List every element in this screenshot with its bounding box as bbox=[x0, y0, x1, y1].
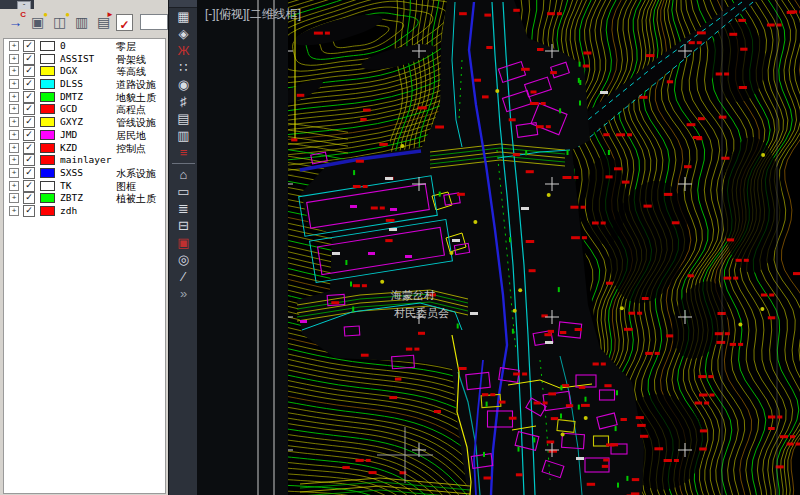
layer-states-icon-accent: ● bbox=[65, 10, 70, 19]
layer-row[interactable]: +✓0零层 bbox=[4, 39, 165, 52]
layer-name: TK bbox=[60, 180, 71, 191]
expand-icon[interactable]: + bbox=[9, 117, 19, 127]
toolbar-separator bbox=[172, 163, 195, 164]
layer-row[interactable]: +✓ASSIST骨架线 bbox=[4, 52, 165, 65]
layer-manager-panel: - →C▣●◫●▥▤►✓ +✓0零层+✓ASSIST骨架线+✓DGX等高线+✓D… bbox=[0, 0, 169, 495]
import-layer-settings-icon[interactable]: →C bbox=[6, 12, 25, 32]
expand-icon[interactable]: + bbox=[9, 54, 19, 64]
layer-color-swatch[interactable] bbox=[40, 92, 55, 102]
layer-states-icon: ◫ bbox=[53, 14, 66, 30]
layer-name: ZBTZ bbox=[60, 192, 83, 203]
layer-name: KZD bbox=[60, 142, 77, 153]
expand-icon[interactable]: + bbox=[9, 41, 19, 51]
layer-visibility-checkbox[interactable]: ✓ bbox=[23, 129, 35, 141]
layer-preview-icon-accent: ● bbox=[43, 10, 48, 19]
expand-icon[interactable]: + bbox=[9, 143, 19, 153]
layer-visibility-checkbox[interactable]: ✓ bbox=[23, 78, 35, 90]
layer-visibility-checkbox[interactable]: ✓ bbox=[23, 154, 35, 166]
map-sheet-icon[interactable]: ▦ bbox=[169, 8, 198, 25]
polygon-draw-icon[interactable]: ⌂ bbox=[169, 166, 198, 183]
map-canvas[interactable]: 海蒙岔村村民委员会 bbox=[197, 0, 800, 495]
expand-icon[interactable]: + bbox=[9, 79, 19, 89]
check-all-layers-icon[interactable]: ✓ bbox=[116, 14, 133, 31]
expand-icon[interactable]: + bbox=[9, 193, 19, 203]
model-space-viewport[interactable]: [-][俯视][二维线框] 海蒙岔村村民委员会 bbox=[197, 0, 800, 495]
double-arrow-icon[interactable]: » bbox=[169, 285, 198, 302]
toolbar-grip[interactable] bbox=[169, 0, 198, 8]
layer-color-swatch[interactable] bbox=[40, 168, 55, 178]
layer-color-swatch[interactable] bbox=[40, 130, 55, 140]
expand-icon[interactable]: + bbox=[9, 181, 19, 191]
layer-name: DLSS bbox=[60, 78, 83, 89]
expand-icon[interactable]: + bbox=[9, 206, 19, 216]
layer-color-swatch[interactable] bbox=[40, 143, 55, 153]
zoom-select-icon[interactable]: ◉ bbox=[169, 76, 198, 93]
panel-titlebar: - bbox=[0, 0, 34, 9]
stamp-icon[interactable]: ◈ bbox=[169, 25, 198, 42]
table-grid-icon[interactable]: ⊟ bbox=[169, 217, 198, 234]
donut-icon[interactable]: ◎ bbox=[169, 251, 198, 268]
expand-icon[interactable]: + bbox=[9, 104, 19, 114]
layer-row[interactable]: +✓DLSS道路设施 bbox=[4, 77, 165, 90]
layer-row[interactable]: +✓JMD居民地 bbox=[4, 128, 165, 141]
line-draw-icon[interactable]: ∕ bbox=[169, 268, 198, 285]
layer-visibility-checkbox[interactable]: ✓ bbox=[23, 53, 35, 65]
layer-color-swatch[interactable] bbox=[40, 155, 55, 165]
layer-color-swatch[interactable] bbox=[40, 206, 55, 216]
layer-row[interactable]: +✓ZBTZ植被土质 bbox=[4, 191, 165, 204]
rectangle-draw-icon[interactable]: ▭ bbox=[169, 183, 198, 200]
viewport-controls-label[interactable]: [-][俯视][二维线框] bbox=[205, 6, 301, 23]
layer-color-swatch[interactable] bbox=[40, 79, 55, 89]
layer-row[interactable]: +✓TK图框 bbox=[4, 179, 165, 192]
layer-visibility-checkbox[interactable]: ✓ bbox=[23, 180, 35, 192]
layer-visibility-checkbox[interactable]: ✓ bbox=[23, 142, 35, 154]
layer-row[interactable]: +✓GXYZ管线设施 bbox=[4, 115, 165, 128]
expand-icon[interactable]: + bbox=[9, 155, 19, 165]
layer-row[interactable]: +✓KZD控制点 bbox=[4, 141, 165, 154]
layer-name: SXSS bbox=[60, 167, 83, 178]
table-rows-icon[interactable]: ≣ bbox=[169, 200, 198, 217]
layer-color-swatch[interactable] bbox=[40, 66, 55, 76]
layer-visibility-checkbox[interactable]: ✓ bbox=[23, 103, 35, 115]
layer-visibility-checkbox[interactable]: ✓ bbox=[23, 91, 35, 103]
expand-icon[interactable]: + bbox=[9, 92, 19, 102]
layer-row[interactable]: +✓SXSS水系设施 bbox=[4, 166, 165, 179]
layer-preview-icon[interactable]: ▣● bbox=[28, 12, 47, 32]
layer-row[interactable]: +✓zdh bbox=[4, 204, 165, 217]
layer-filter-input[interactable] bbox=[140, 14, 168, 30]
expand-icon[interactable]: + bbox=[9, 66, 19, 76]
expand-icon[interactable]: + bbox=[9, 168, 19, 178]
layer-visibility-checkbox[interactable]: ✓ bbox=[23, 205, 35, 217]
raster-image-icon[interactable]: ▤ bbox=[169, 110, 198, 127]
layer-color-swatch[interactable] bbox=[40, 104, 55, 114]
cad-application-window: - →C▣●◫●▥▤►✓ +✓0零层+✓ASSIST骨架线+✓DGX等高线+✓D… bbox=[0, 0, 800, 495]
layer-name: ASSIST bbox=[60, 53, 94, 64]
apply-to-layers-icon[interactable]: ▤► bbox=[94, 12, 113, 32]
layer-row[interactable]: +✓GCD高程点 bbox=[4, 102, 165, 115]
layer-row[interactable]: +✓DMTZ地貌土质 bbox=[4, 90, 165, 103]
red-seal-icon[interactable]: Ж bbox=[169, 42, 198, 59]
layer-color-swatch[interactable] bbox=[40, 117, 55, 127]
village-name-label: 海蒙岔村 bbox=[391, 289, 435, 301]
layer-visibility-checkbox[interactable]: ✓ bbox=[23, 65, 35, 77]
layer-states-icon[interactable]: ◫● bbox=[50, 12, 69, 32]
layer-row[interactable]: +✓DGX等高线 bbox=[4, 64, 165, 77]
red-block-icon[interactable]: ▣ bbox=[169, 234, 198, 251]
copy-properties-icon[interactable]: ▥ bbox=[72, 12, 91, 32]
layer-tree-list[interactable]: +✓0零层+✓ASSIST骨架线+✓DGX等高线+✓DLSS道路设施+✓DMTZ… bbox=[3, 38, 166, 494]
layer-visibility-checkbox[interactable]: ✓ bbox=[23, 40, 35, 52]
expand-icon[interactable]: + bbox=[9, 130, 19, 140]
red-list-icon[interactable]: ≡ bbox=[169, 144, 198, 161]
layer-row[interactable]: +✓mainlayer bbox=[4, 153, 165, 166]
layer-color-swatch[interactable] bbox=[40, 54, 55, 64]
layer-color-swatch[interactable] bbox=[40, 41, 55, 51]
layer-name: GXYZ bbox=[60, 116, 83, 127]
layer-visibility-checkbox[interactable]: ✓ bbox=[23, 167, 35, 179]
layer-color-swatch[interactable] bbox=[40, 193, 55, 203]
point-cloud-icon[interactable]: ∷ bbox=[169, 59, 198, 76]
layer-visibility-checkbox[interactable]: ✓ bbox=[23, 192, 35, 204]
raster-image-alt-icon[interactable]: ▥ bbox=[169, 127, 198, 144]
grid-hatch-icon[interactable]: ♯ bbox=[169, 93, 198, 110]
layer-visibility-checkbox[interactable]: ✓ bbox=[23, 116, 35, 128]
layer-color-swatch[interactable] bbox=[40, 181, 55, 191]
